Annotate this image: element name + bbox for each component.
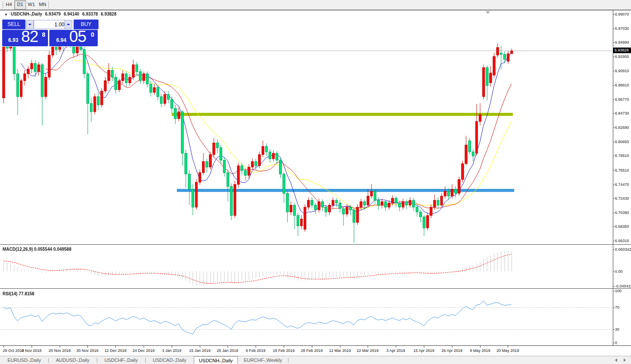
ohlc-close: 6.93828: [101, 12, 116, 16]
timeframe-button-d1[interactable]: D1: [14, 0, 26, 10]
date-label: 18 Feb 2019: [271, 348, 296, 353]
buy-price-main: 05: [69, 28, 86, 46]
tab-audusd-daily[interactable]: AUDUSD-,Daily: [51, 357, 94, 364]
axis-tick: [613, 85, 615, 86]
tab-separator: [48, 358, 49, 363]
tab-scroll-right-button[interactable]: [624, 358, 628, 363]
date-tick: [340, 346, 340, 348]
axis-label: 0.00: [615, 269, 623, 274]
chart-tab-bar: EURUSD-,Daily AUDUSD-,Daily USDCHF-,Dail…: [0, 356, 631, 364]
axis-label: 6.99070: [615, 12, 629, 16]
price-axis-border: [613, 10, 613, 345]
date-label: 15 Apr 2019: [411, 348, 436, 353]
axis-label: -0.040415: [615, 284, 631, 288]
timeframe-button-w1[interactable]: W1: [26, 0, 37, 9]
axis-tick: [613, 14, 615, 15]
axis-label: 6.76510: [615, 168, 629, 172]
axis-label: 100: [615, 289, 621, 293]
arrow-left-icon: [615, 358, 617, 362]
axis-label: 0: [615, 341, 617, 345]
axis-label: 0.060342: [615, 247, 631, 252]
axis-tick: [613, 241, 615, 241]
axis-label: 6.90910: [615, 69, 629, 73]
tab-usdcnh-daily[interactable]: USDCNH-,Daily: [194, 356, 238, 364]
date-tick: [452, 346, 452, 348]
axis-tick: [613, 113, 615, 114]
sell-price-prefix: 6.93: [8, 37, 18, 43]
date-tick: [87, 346, 88, 348]
date-tick: [508, 346, 508, 348]
date-label: 26 Apr 2019: [439, 348, 464, 353]
date-label: 25 Jan 2019: [215, 348, 240, 353]
tab-scroll-left-button[interactable]: [615, 358, 619, 363]
toolbar-separator: [48, 1, 50, 9]
tab-separator: [145, 358, 146, 363]
sell-price-panel[interactable]: 6.93 82 8: [2, 30, 48, 46]
macd-indicator-canvas[interactable]: [0, 246, 631, 288]
axis-label: 6.66310: [615, 239, 629, 243]
chart-shift-marker[interactable]: [486, 11, 490, 14]
axis-label: 6.80650: [615, 140, 629, 144]
axis-tick: [613, 42, 615, 43]
date-axis[interactable]: 29 Oct 20188 Nov 201820 Nov 201830 Nov 2…: [0, 345, 631, 356]
date-tick: [368, 346, 368, 348]
ohlc-low: 6.93378: [82, 12, 98, 16]
tab-separator: [288, 358, 288, 363]
buy-price-pip: 0: [91, 31, 94, 38]
date-tick: [60, 346, 60, 348]
tab-usdchf-daily[interactable]: USDCHF-,Daily: [99, 357, 143, 364]
axis-tick: [613, 271, 615, 272]
volume-input[interactable]: [34, 20, 67, 29]
axis-label: 6.74470: [615, 182, 629, 187]
axis-tick: [613, 286, 615, 287]
axis-tick: [613, 329, 615, 330]
chevron-up-icon: [67, 23, 70, 25]
arrow-right-icon: [624, 358, 626, 362]
tab-usdcad-daily[interactable]: USDCAD-,Daily: [148, 357, 191, 364]
date-label: 8 May 2019: [468, 348, 493, 353]
date-tick: [396, 346, 396, 348]
axis-tick: [613, 71, 615, 71]
axis-label: 6.94990: [615, 40, 629, 45]
ohlc-open: 6.93479: [45, 12, 61, 16]
date-label: 15 Jan 2019: [187, 348, 212, 353]
macd-label: MACD(12,26,9) 0.055544 0.049588: [3, 247, 71, 252]
date-label: 20 Nov 2018: [47, 348, 72, 353]
axis-tick: [613, 170, 615, 171]
axis-tick: [613, 213, 615, 213]
axis-label: 6.86770: [615, 97, 629, 102]
tab-eurusd-daily[interactable]: EURUSD-,Daily: [3, 357, 46, 364]
date-tick: [144, 346, 144, 348]
chart-symbol-label: USDCNH-,Daily: [11, 12, 42, 16]
toolbar-grip[interactable]: [1, 1, 3, 8]
axis-tick: [613, 227, 615, 227]
axis-label: 6.82690: [615, 125, 629, 130]
axis-tick: [613, 29, 615, 29]
tab-separator: [97, 358, 97, 363]
date-tick: [3, 346, 4, 348]
axis-tick: [613, 291, 615, 291]
sell-price-main: 82: [21, 28, 38, 46]
date-label: 12 Mar 2019: [327, 348, 352, 353]
rsi-indicator-canvas[interactable]: [0, 290, 631, 345]
axis-label: 6.92950: [615, 54, 629, 59]
axis-label: 6.78610: [615, 153, 629, 158]
timeframe-button-h4[interactable]: H4: [3, 0, 14, 9]
axis-tick: [613, 249, 615, 250]
axis-label: 6.88810: [615, 83, 629, 87]
date-label: 12 Dec 2018: [103, 348, 128, 353]
buy-price-panel[interactable]: 6.94 05 0: [49, 30, 98, 46]
tab-eurchf-weekly[interactable]: EURCHF-,Weekly: [240, 357, 285, 364]
date-label: 28 Feb 2019: [299, 348, 324, 353]
date-tick: [312, 346, 312, 348]
axis-label: 6.72430: [615, 196, 629, 201]
timeframe-button-mn[interactable]: MN: [37, 0, 48, 9]
current-price-label: 6.93828: [613, 48, 631, 53]
date-tick: [284, 346, 284, 348]
date-tick: [480, 346, 480, 348]
axis-tick: [613, 156, 615, 156]
panel-collapse-icon[interactable]: ▲: [4, 12, 8, 16]
date-tick: [115, 346, 116, 348]
axis-label: 6.97030: [615, 26, 629, 31]
rsi-label: RSI(14) 77.8158: [3, 291, 34, 296]
